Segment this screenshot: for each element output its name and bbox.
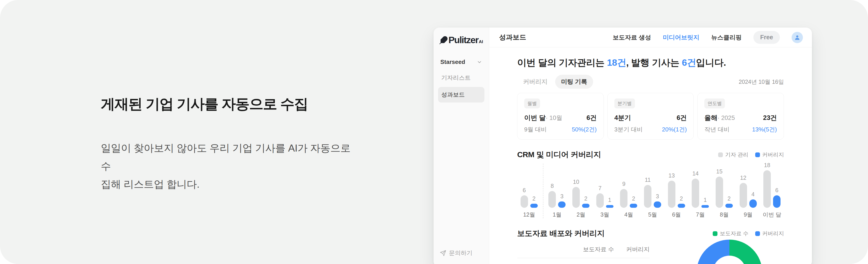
bar-커버리지 [725, 204, 733, 208]
page-title: 성과보드 [499, 33, 526, 42]
sidebar-item-성과보드[interactable]: 성과보드 [438, 87, 485, 102]
bar-value-label: 3 [560, 193, 563, 200]
card-title-row: 4분기6건 [614, 113, 687, 122]
bar-column: 10 [572, 178, 580, 208]
card-badge: 분기별 [614, 98, 635, 108]
bar-value-label: 2 [680, 195, 683, 202]
bar-value-label: 2 [584, 195, 587, 202]
chart-separator [543, 164, 544, 219]
bar-value-label: 4 [751, 191, 754, 198]
card-value: 6건 [587, 113, 597, 122]
contact-button[interactable]: 문의하기 [438, 247, 485, 259]
bar-커버리지 [749, 199, 757, 208]
hero-body-line: 일일이 찾아보지 않아도 우리 기업 기사를 AI가 자동으로 수 [101, 139, 356, 175]
section2-body: 보도자료 수커버리지 이번 달1869월1248월152 [517, 239, 784, 264]
card-delta: 20%(1건) [662, 126, 687, 133]
card-compare-label: 9월 대비 [524, 126, 547, 133]
hero-title: 게재된 기업 기사를 자동으로 수집 [101, 94, 356, 114]
avatar[interactable] [792, 32, 803, 43]
bar-category-label: 6월 [672, 211, 681, 219]
card-delta: 13%(5건) [752, 126, 777, 133]
bar-value-label: 1 [608, 197, 611, 203]
tab-미팅 기록[interactable]: 미팅 기록 [555, 75, 593, 89]
bar-column: 2 [582, 195, 590, 208]
bar-pair: 132 [668, 163, 685, 208]
bar-group: 1022월 [569, 163, 593, 219]
legend-label: 기자 관리 [725, 151, 748, 158]
bar-value-label: 18 [764, 162, 770, 168]
top-nav: 보도자료 생성미디어브릿지뉴스클리핑 [613, 33, 742, 41]
bar-chart: 6212월831월1022월713월924월1135월1326월1417월152… [517, 163, 784, 219]
table-cell: 이번 달 [517, 258, 567, 264]
headline-stat2: 6건 [682, 57, 696, 68]
bar-pair: 124 [740, 163, 757, 208]
bar-value-label: 10 [573, 178, 579, 185]
bar-column: 14 [692, 170, 699, 208]
card-compare-label: 3분기 대비 [614, 126, 643, 133]
workspace-selector[interactable]: Starseed [438, 56, 485, 68]
sidebar-item-기자리스트[interactable]: 기자리스트 [438, 70, 485, 86]
nav-item-미디어브릿지[interactable]: 미디어브릿지 [663, 33, 700, 41]
bar-value-label: 2 [532, 195, 535, 202]
stat-card: 월별이번 달 · 10월6건9월 대비50%(2건) [517, 93, 604, 139]
legend-swatch [713, 231, 717, 236]
bar-value-label: 8 [551, 183, 554, 189]
press-coverage-section: 보도자료 배포와 커버리지 보도자료 수커버리지 보도자료 수커버리지 이번 달… [517, 228, 784, 264]
bar-category-label: 9월 [744, 211, 752, 219]
bar-pair: 113 [644, 163, 661, 208]
legend-swatch [755, 153, 760, 157]
legend-item: 커버리지 [755, 230, 784, 237]
bar-기자 관리 [521, 195, 528, 208]
bar-category-label: 12월 [523, 211, 535, 219]
bar-pair: 152 [716, 163, 733, 208]
bar-기자 관리 [596, 193, 604, 208]
brand-suffix: AI [479, 39, 483, 44]
sidebar-nav: 기자리스트성과보드 [438, 70, 485, 102]
plan-badge[interactable]: Free [753, 31, 780, 44]
feather-icon [439, 36, 448, 45]
bar-커버리지 [630, 204, 637, 208]
card-title: 4분기 [614, 113, 631, 122]
tabs-row: 커버리지미팅 기록 2024년 10월 16일 [517, 75, 784, 89]
stat-card: 분기별4분기6건3분기 대비20%(1건) [608, 93, 694, 139]
nav-item-보도자료 생성[interactable]: 보도자료 생성 [613, 33, 651, 41]
dashboard-content: 이번 달의 기자관리는 18건, 발행 기사는 6건입니다. 커버리지미팅 기록… [489, 47, 812, 264]
bar-group: 1249월 [736, 163, 760, 219]
bar-커버리지 [606, 205, 614, 208]
bar-category-label: 1월 [553, 211, 561, 219]
legend-item: 보도자료 수 [713, 230, 748, 237]
bar-pair: 92 [620, 163, 637, 208]
card-title-sub: · 2025 [717, 114, 735, 122]
send-icon [440, 250, 446, 256]
nav-item-뉴스클리핑[interactable]: 뉴스클리핑 [711, 33, 742, 41]
bar-기자 관리 [572, 187, 580, 208]
donut-chart [697, 240, 762, 264]
bar-기자 관리 [692, 178, 699, 208]
tab-커버리지[interactable]: 커버리지 [517, 75, 553, 89]
headline-mid: , 발행 기사는 [626, 57, 682, 68]
legend-label: 커버리지 [762, 151, 784, 158]
legend-item: 커버리지 [755, 151, 784, 158]
bar-value-label: 3 [656, 193, 659, 200]
bar-value-label: 9 [622, 181, 625, 187]
sidebar: Pulitzer AI Starseed 기자리스트성과보드 [434, 28, 489, 264]
bar-category-label: 7월 [696, 211, 705, 219]
hero-body-line: 집해 리스트업 합니다. [101, 175, 356, 193]
bar-커버리지 [702, 205, 709, 208]
bar-group: 713월 [593, 163, 617, 219]
headline-pre: 이번 달의 기자관리는 [517, 57, 607, 68]
donut-chart-legend: 보도자료 수커버리지 [713, 230, 784, 237]
bar-pair: 102 [572, 163, 590, 208]
table-header-cell: 보도자료 수 [567, 245, 614, 258]
bar-category-label: 3월 [600, 211, 609, 219]
table-header-cell [517, 245, 567, 258]
bar-value-label: 6 [775, 187, 778, 194]
bar-group: 1135월 [641, 163, 664, 219]
legend-item: 기자 관리 [718, 151, 748, 158]
bar-column: 8 [548, 183, 556, 208]
legend-swatch [718, 153, 723, 157]
bar-column: 11 [644, 176, 651, 208]
bar-column: 1 [702, 197, 709, 208]
bar-column: 13 [668, 172, 675, 208]
crm-coverage-section: CRM 및 미디어 커버리지 기자 관리커버리지 6212월831월1022월7… [517, 150, 784, 219]
